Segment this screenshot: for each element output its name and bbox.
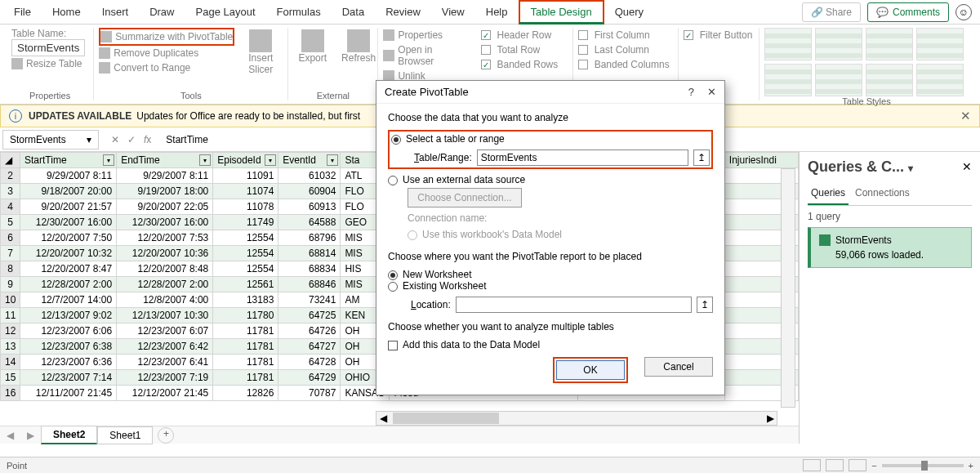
tab-formulas[interactable]: Formulas [266, 2, 332, 22]
tab-pagelayout[interactable]: Page Layout [185, 2, 266, 22]
existing-worksheet-radio[interactable]: Existing Worksheet [388, 280, 713, 292]
convert-range-button[interactable]: Convert to Range [99, 60, 234, 75]
tab-tabledesign[interactable]: Table Design [519, 0, 604, 25]
external-source-radio[interactable]: Use an external data source [388, 174, 713, 185]
tab-review[interactable]: Review [375, 2, 431, 22]
updates-close-button[interactable]: ✕ [960, 109, 971, 123]
tab-draw[interactable]: Draw [139, 2, 185, 22]
style-swatch[interactable] [815, 64, 862, 96]
col-episodeid[interactable]: EpisodeId▾ [213, 153, 278, 168]
ok-button[interactable]: OK [556, 360, 625, 380]
view-normal-button[interactable] [803, 459, 821, 471]
banded-rows-check[interactable]: Banded Rows [481, 57, 568, 72]
filter-dropdown-icon[interactable]: ▾ [199, 154, 211, 166]
summarize-pivottable-button[interactable]: Summarize with PivotTable [99, 28, 234, 46]
sheet-tab-sheet2[interactable]: Sheet2 [41, 426, 97, 444]
tab-insert[interactable]: Insert [91, 2, 140, 22]
vertical-scrollbar[interactable] [781, 168, 795, 408]
sheet-tab-sheet1[interactable]: Sheet1 [97, 426, 153, 444]
name-box[interactable]: StormEvents▾ [2, 130, 99, 149]
col-eventid[interactable]: EventId▾ [278, 153, 341, 168]
filter-dropdown-icon[interactable]: ▾ [327, 154, 338, 166]
tab-help[interactable]: Help [475, 2, 519, 22]
row-header[interactable]: 5 [1, 215, 20, 230]
insert-slicer-button[interactable]: Insert Slicer [239, 28, 282, 77]
select-all[interactable]: ◢ [1, 153, 20, 168]
style-swatch[interactable] [916, 64, 964, 96]
col-injuries[interactable]: InjuriesIndi [724, 153, 798, 168]
last-col-check[interactable]: Last Column [578, 42, 673, 57]
smiley-feedback-icon[interactable]: ☺ [956, 4, 972, 20]
row-header[interactable]: 13 [1, 339, 20, 355]
remove-duplicates-button[interactable]: Remove Duplicates [99, 46, 234, 60]
row-header[interactable]: 14 [1, 355, 20, 370]
zoom-slider[interactable] [882, 464, 964, 467]
row-header[interactable]: 10 [1, 292, 20, 308]
resize-table-button[interactable]: Resize Table [11, 56, 88, 71]
use-datamodel-radio[interactable]: Use this workbook's Data Model [408, 226, 713, 243]
chevron-down-icon[interactable]: ▾ [908, 163, 913, 174]
row-header[interactable]: 8 [1, 261, 20, 277]
style-swatch[interactable] [815, 28, 862, 60]
comments-button[interactable]: 💬Comments [867, 2, 949, 22]
queries-close-button[interactable]: ✕ [962, 160, 972, 173]
zoom-knob[interactable] [921, 461, 928, 471]
row-header[interactable]: 12 [1, 324, 20, 339]
table-styles-gallery[interactable] [764, 28, 969, 96]
row-header[interactable]: 7 [1, 246, 20, 261]
tab-query[interactable]: Query [604, 2, 654, 22]
scroll-thumb[interactable] [393, 413, 499, 424]
location-input[interactable] [456, 297, 692, 313]
select-table-radio[interactable]: Select a table or range [391, 133, 710, 145]
header-row-check[interactable]: Header Row [481, 28, 568, 42]
style-swatch[interactable] [866, 28, 913, 60]
sheet-nav-prev[interactable]: ◀ [0, 430, 20, 441]
tab-file[interactable]: File [3, 2, 42, 22]
row-header[interactable]: 15 [1, 370, 20, 386]
ext-properties-button[interactable]: Properties [383, 28, 470, 42]
zoom-out-button[interactable]: − [871, 461, 876, 471]
row-header[interactable]: 6 [1, 230, 20, 246]
refresh-button[interactable]: Refresh [336, 28, 381, 65]
dialog-close-button[interactable]: ✕ [707, 86, 716, 98]
style-swatch[interactable] [866, 64, 913, 96]
row-header[interactable]: 3 [1, 184, 20, 199]
fx-icon[interactable]: fx [144, 134, 151, 145]
row-header[interactable]: 11 [1, 308, 20, 324]
scroll-right-icon[interactable]: ▶ [764, 413, 777, 424]
query-item[interactable]: StormEvents 59,066 rows loaded. [808, 227, 972, 268]
dialog-help-button[interactable]: ? [688, 86, 694, 98]
range-picker-button[interactable]: ↥ [693, 149, 710, 166]
open-browser-button[interactable]: Open in Browser [383, 42, 470, 69]
row-header[interactable]: 9 [1, 277, 20, 292]
add-sheet-button[interactable]: + [158, 427, 174, 444]
connections-tab[interactable]: Connections [852, 184, 913, 205]
export-button[interactable]: Export [293, 28, 332, 65]
location-picker-button[interactable]: ↥ [697, 297, 713, 313]
share-button[interactable]: 🔗 Share [802, 2, 861, 22]
accept-formula-icon[interactable]: ✓ [127, 134, 136, 145]
row-header[interactable]: 2 [1, 168, 20, 184]
filter-button-check[interactable]: Filter Button [684, 28, 754, 42]
sheet-nav-next[interactable]: ▶ [20, 430, 41, 441]
view-pagebreak-button[interactable] [849, 459, 866, 471]
table-range-input[interactable] [477, 149, 688, 166]
tab-data[interactable]: Data [332, 2, 375, 22]
tab-view[interactable]: View [431, 2, 475, 22]
col-endtime[interactable]: EndTime▾ [117, 153, 213, 168]
tab-home[interactable]: Home [42, 2, 91, 22]
cancel-button[interactable]: Cancel [644, 357, 713, 377]
filter-dropdown-icon[interactable]: ▾ [265, 154, 276, 166]
banded-cols-check[interactable]: Banded Columns [578, 57, 673, 72]
scroll-left-icon[interactable]: ◀ [376, 413, 390, 424]
first-col-check[interactable]: First Column [578, 28, 673, 42]
new-worksheet-radio[interactable]: New Worksheet [388, 269, 713, 280]
col-starttime[interactable]: StartTime▾ [20, 153, 117, 168]
row-header[interactable]: 4 [1, 199, 20, 215]
style-swatch[interactable] [764, 64, 812, 96]
cancel-formula-icon[interactable]: ✕ [111, 134, 119, 145]
table-name-input[interactable] [11, 39, 85, 56]
queries-tab[interactable]: Queries [808, 184, 849, 205]
style-swatch[interactable] [916, 28, 964, 60]
horizontal-scrollbar[interactable]: ◀▶ [376, 411, 777, 426]
